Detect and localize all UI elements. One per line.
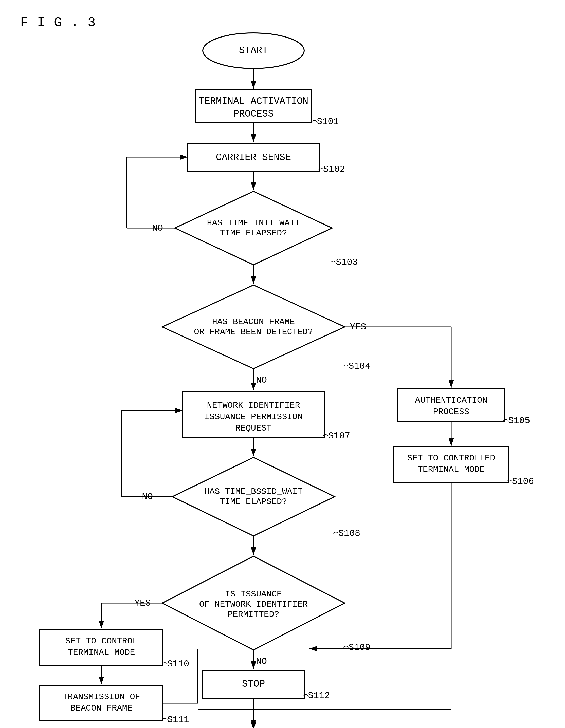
stop-label: STOP (242, 679, 265, 689)
s102-label: S102 (323, 164, 345, 175)
is-issuance-line1: IS ISSUANCE (225, 589, 282, 599)
set-control-line1: SET TO CONTROL (65, 636, 138, 646)
transmission-line2: BEACON FRAME (70, 703, 132, 713)
auth-line2: PROCESS (433, 407, 469, 417)
has-time-bssid-line1: HAS TIME_BSSID_WAIT (204, 487, 303, 496)
network-id-line2: ISSUANCE PERMISSION (204, 412, 303, 422)
set-controlled-line1: SET TO CONTROLLED (407, 453, 495, 463)
terminal-activation-line1: TERMINAL ACTIVATION (198, 96, 308, 107)
is-issuance-line2: OF NETWORK IDENTIFIER (199, 600, 308, 609)
s109-label: S109 (349, 642, 370, 653)
terminal-activation-line2: PROCESS (233, 108, 274, 119)
s108-label: S108 (339, 528, 360, 539)
s105-label: S105 (508, 416, 530, 426)
has-time-bssid-line2: TIME ELAPSED? (220, 497, 287, 507)
has-time-init-line2: TIME ELAPSED? (220, 228, 287, 238)
s111-label: S111 (167, 715, 189, 725)
svg-rect-18 (398, 389, 504, 422)
no-label-s104: NO (256, 375, 267, 385)
s106-label: S106 (512, 476, 534, 487)
s112-label: S112 (308, 690, 330, 701)
auth-line1: AUTHENTICATION (415, 396, 487, 405)
no-label-s109: NO (256, 656, 267, 667)
s104-label: S104 (349, 361, 370, 371)
is-issuance-line3: PERMITTED? (227, 610, 279, 619)
start-label: START (239, 45, 268, 56)
s101-label: S101 (317, 117, 339, 127)
has-beacon-line2: OR FRAME BEEN DETECTED? (194, 327, 313, 337)
set-controlled-line2: TERMINAL MODE (418, 465, 485, 474)
has-time-init-line1: HAS TIME_INIT_WAIT (207, 218, 300, 228)
has-beacon-line1: HAS BEACON FRAME (212, 317, 295, 327)
network-id-line1: NETWORK IDENTIFIER (207, 401, 300, 410)
s107-label: S107 (328, 431, 350, 441)
carrier-sense-label: CARRIER SENSE (216, 152, 291, 163)
set-control-line2: TERMINAL MODE (68, 648, 135, 657)
transmission-line1: TRANSMISSION OF (63, 692, 140, 702)
s110-label: S110 (167, 659, 189, 669)
network-id-line3: REQUEST (235, 423, 272, 433)
s103-label: S103 (336, 257, 358, 268)
